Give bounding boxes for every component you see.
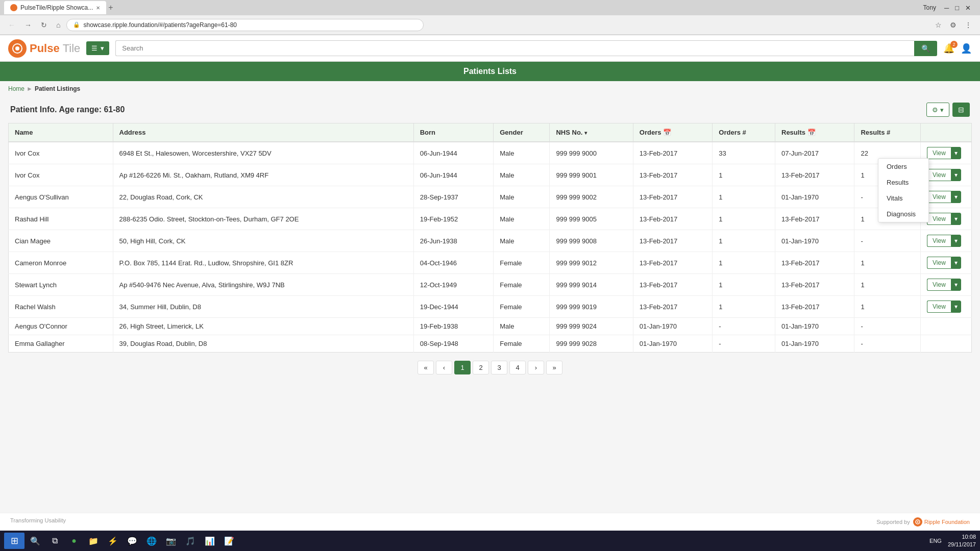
cell-gender: Male: [494, 318, 550, 335]
view-button[interactable]: View: [927, 147, 951, 159]
close-btn[interactable]: ✕: [965, 4, 971, 12]
menu-icon: ☰: [91, 44, 97, 52]
cell-orders: 01-Jan-1970: [633, 318, 712, 335]
taskbar-app5[interactable]: 🎵: [182, 533, 199, 549]
menu-button[interactable]: ☰ ▾: [86, 41, 109, 55]
pagination-next[interactable]: ›: [528, 361, 544, 374]
extensions-btn[interactable]: ⚙: [947, 19, 960, 31]
page-title: Patients Lists: [463, 67, 517, 76]
taskbar-app2[interactable]: 💬: [124, 533, 141, 549]
cell-born: 04-Oct-1946: [413, 252, 494, 274]
cell-name: Ivor Cox: [9, 164, 113, 186]
filter-icon: ⊟: [958, 106, 964, 114]
taskbar-task-view[interactable]: ⧉: [46, 533, 63, 549]
col-born: Born: [413, 123, 494, 142]
tab-close-btn[interactable]: ✕: [96, 5, 100, 11]
address-bar[interactable]: 🔒: [66, 19, 424, 31]
taskbar-search[interactable]: 🔍: [27, 533, 44, 549]
menu-chevron: ▾: [101, 44, 104, 52]
browser-controls: ← → ↻ ⌂ 🔒 ☆ ⚙ ⋮: [0, 15, 980, 35]
view-dropdown-button[interactable]: ▾: [951, 147, 961, 159]
taskbar-app1[interactable]: ⚡: [104, 533, 121, 549]
cell-results: 13-Feb-2017: [775, 252, 854, 274]
cell-address: 288-6235 Odio. Street, Stockton-on-Tees,…: [113, 208, 413, 230]
search-button[interactable]: 🔍: [914, 41, 937, 56]
cell-name: Ivor Cox: [9, 142, 113, 164]
view-button[interactable]: View: [927, 235, 951, 247]
filter-button[interactable]: ⊟: [952, 103, 970, 117]
pagination-page-1[interactable]: 1: [454, 361, 471, 374]
cell-results: 13-Feb-2017: [775, 208, 854, 230]
minimize-btn[interactable]: ─: [944, 4, 949, 12]
pagination-last[interactable]: »: [546, 361, 562, 374]
view-dropdown-button[interactable]: ▾: [951, 300, 961, 313]
home-btn[interactable]: ⌂: [53, 19, 63, 31]
view-button[interactable]: View: [927, 300, 951, 313]
taskbar-files[interactable]: 📁: [85, 533, 102, 549]
taskbar-app3[interactable]: 🌐: [143, 533, 160, 549]
cell-nhs: 999 999 9012: [550, 252, 633, 274]
dropdown-diagnosis[interactable]: Diagnosis: [878, 206, 928, 222]
dropdown-results[interactable]: Results: [878, 174, 928, 190]
cell-nhs: 999 999 9000: [550, 142, 633, 164]
reload-btn[interactable]: ↻: [38, 19, 50, 31]
cell-name: Rachel Walsh: [9, 296, 113, 318]
view-dropdown-button[interactable]: ▾: [951, 279, 961, 291]
pagination-page-4[interactable]: 4: [509, 361, 526, 374]
taskbar-app6[interactable]: 📊: [201, 533, 218, 549]
taskbar-app7[interactable]: 📝: [220, 533, 238, 549]
view-button[interactable]: View: [927, 191, 951, 203]
cell-address: 22, Douglas Road, Cork, CK: [113, 186, 413, 208]
cell-address: 50, High Hill, Cork, CK: [113, 230, 413, 252]
back-btn[interactable]: ←: [5, 19, 18, 31]
dropdown-orders[interactable]: Orders: [878, 159, 928, 174]
url-input[interactable]: [83, 21, 417, 29]
ripple-brand-name: Ripple Foundation: [924, 519, 970, 525]
settings-button[interactable]: ⚙ ▾: [926, 103, 949, 117]
pagination-prev[interactable]: ‹: [436, 361, 452, 374]
view-button[interactable]: View: [927, 279, 951, 291]
breadcrumb-separator: ►: [27, 85, 33, 92]
taskbar-date-value: 29/11/2017: [948, 541, 976, 548]
view-button[interactable]: View: [927, 213, 951, 225]
cell-nhs: 999 999 9014: [550, 274, 633, 296]
view-dropdown-button[interactable]: ▾: [951, 169, 961, 181]
search-input[interactable]: [115, 40, 914, 56]
pagination-page-2[interactable]: 2: [473, 361, 489, 374]
notifications-button[interactable]: 🔔 2: [943, 43, 954, 54]
maximize-btn[interactable]: □: [955, 4, 959, 12]
cell-orders-num: 1: [713, 186, 775, 208]
cell-orders-num: -: [713, 318, 775, 335]
cell-gender: Male: [494, 230, 550, 252]
view-dropdown-button[interactable]: ▾: [951, 213, 961, 225]
patient-list-title: Patient Info. Age range: 61-80: [10, 105, 125, 114]
col-nhs[interactable]: NHS No. ▾: [550, 123, 633, 142]
pagination-first[interactable]: «: [418, 361, 434, 374]
new-tab-btn[interactable]: +: [108, 3, 113, 12]
view-dropdown-button[interactable]: ▾: [951, 257, 961, 269]
pagination-page-3[interactable]: 3: [491, 361, 507, 374]
table-row: Aengus O'Sullivan22, Douglas Road, Cork,…: [9, 186, 972, 208]
user-menu-button[interactable]: 👤: [961, 43, 972, 54]
dropdown-vitals[interactable]: Vitals: [878, 190, 928, 206]
taskbar-app4[interactable]: 📷: [162, 533, 180, 549]
forward-btn[interactable]: →: [21, 19, 35, 31]
more-btn[interactable]: ⋮: [962, 19, 975, 31]
breadcrumb-home[interactable]: Home: [8, 85, 24, 92]
view-button[interactable]: View: [927, 257, 951, 269]
dropdown-menu[interactable]: Orders Results Vitals Diagnosis: [878, 158, 929, 222]
view-btn-group: View▾: [927, 235, 965, 247]
cell-results: 13-Feb-2017: [775, 274, 854, 296]
view-button[interactable]: View: [927, 169, 951, 181]
taskbar-chrome[interactable]: ●: [65, 533, 83, 549]
view-dropdown-button[interactable]: ▾: [951, 191, 961, 203]
table-row: Ivor CoxAp #126-6226 Mi. St., Oakham, Ru…: [9, 164, 972, 186]
bookmark-btn[interactable]: ☆: [932, 19, 945, 31]
browser-tab[interactable]: PulseTile/Ripple Showca... ✕: [4, 1, 106, 14]
cell-gender: Female: [494, 296, 550, 318]
view-dropdown-button[interactable]: ▾: [951, 235, 961, 247]
ripple-logo: Ripple Foundation: [913, 517, 970, 527]
cell-results-num: -: [854, 335, 921, 353]
cell-results: 07-Jun-2017: [775, 142, 854, 164]
start-button[interactable]: ⊞: [4, 533, 24, 549]
